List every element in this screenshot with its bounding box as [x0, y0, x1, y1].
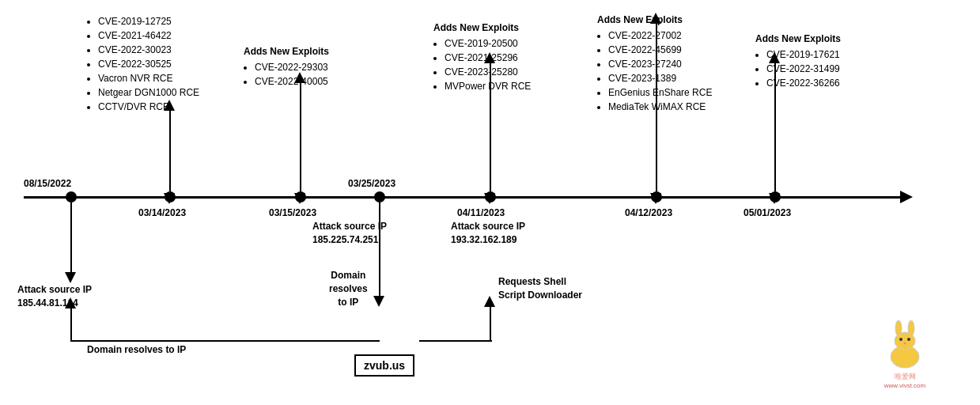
date-n2: 03/14/2023 — [138, 207, 186, 218]
domain-resolves-label: Domainresolvesto IP — [329, 269, 368, 308]
arrow-up-domain-right — [484, 296, 495, 307]
timeline-diagram: 08/15/2022 Attack source IP185.44.81.114… — [0, 0, 980, 405]
annotation-4: Adds New Exploits CVE-2022-27002 CVE-202… — [597, 14, 712, 114]
annotation-5: Adds New Exploits CVE-2019-17621 CVE-202… — [755, 33, 841, 90]
date-n7: 05/01/2023 — [744, 207, 791, 218]
vline-n1-down — [70, 202, 72, 274]
requests-shell-label: Requests ShellScript Downloader — [498, 275, 582, 302]
timeline-arrow-right — [900, 191, 913, 203]
arrow-down-n1 — [65, 272, 76, 283]
svg-point-3 — [908, 320, 914, 336]
arrow-down-n3-bottom — [294, 193, 305, 204]
date-n5: 04/11/2023 — [457, 207, 505, 218]
svg-point-5 — [907, 338, 910, 341]
svg-point-2 — [895, 320, 902, 336]
arrow-down-n4 — [373, 296, 384, 307]
arrow-down-n6-bottom — [650, 193, 661, 204]
arrow-down-n5-bottom — [484, 193, 495, 204]
hline-domain-left — [71, 340, 380, 342]
vline-domain-left — [70, 308, 72, 342]
watermark: 唯爱网 www.vivst.com — [853, 314, 956, 393]
date-n3: 03/15/2023 — [269, 207, 316, 218]
attack-ip-1: Attack source IP185.44.81.114 — [17, 283, 92, 310]
attack-ip-3: Attack source IP193.32.162.189 — [451, 220, 525, 247]
rabbit-icon — [877, 319, 933, 370]
vline-domain-right — [490, 307, 491, 342]
date-n1: 08/15/2022 — [24, 178, 71, 189]
annotation-3: Adds New Exploits CVE-2019-20500 CVE-202… — [433, 22, 531, 93]
domain-resolves-to-ip-label: Domain resolves to IP — [87, 344, 186, 355]
annotation-2: Adds New Exploits CVE-2022-29303 CVE-202… — [244, 46, 329, 89]
arrow-up-domain-left — [65, 297, 76, 308]
vline-n4-down — [379, 202, 380, 297]
annotation-1: CVE-2019-12725 CVE-2021-46422 CVE-2022-3… — [87, 14, 199, 114]
timeline-node-1 — [66, 191, 77, 202]
attack-ip-2: Attack source IP185.225.74.251 — [312, 220, 387, 247]
arrow-down-n7-bottom — [769, 193, 780, 204]
vline-n2-up — [169, 111, 171, 191]
hline-domain-right — [419, 340, 492, 342]
svg-point-4 — [899, 338, 902, 341]
arrow-down-n2-bottom — [164, 193, 175, 204]
date-n4: 03/25/2023 — [348, 178, 395, 189]
timeline-node-4 — [374, 191, 385, 202]
domain-box: zvub.us — [354, 354, 414, 377]
vline-n3-up — [300, 83, 301, 191]
date-n6: 04/12/2023 — [625, 207, 672, 218]
svg-point-6 — [904, 342, 906, 344]
